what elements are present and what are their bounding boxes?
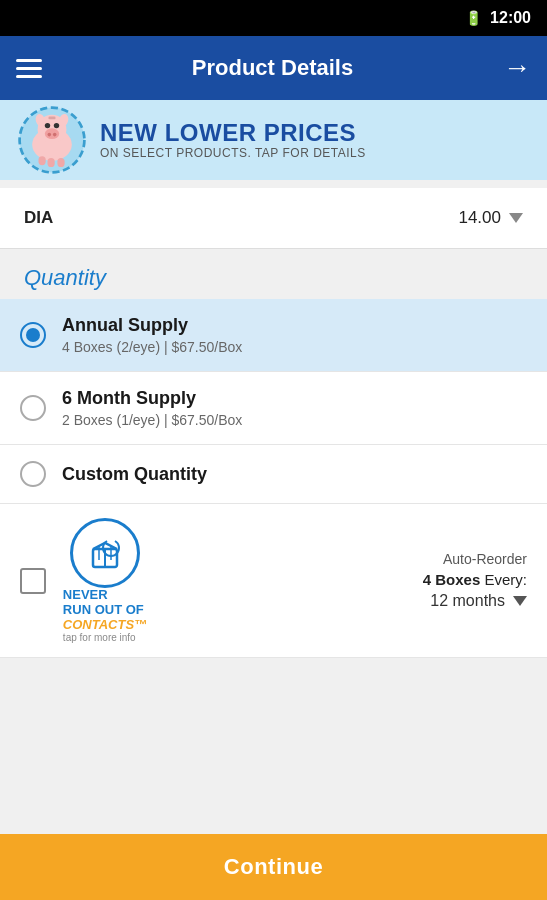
six-month-supply-subtitle: 2 Boxes (1/eye) | $67.50/Box	[62, 412, 242, 428]
svg-rect-14	[57, 158, 64, 167]
quantity-label: Quantity	[24, 265, 106, 290]
auto-reorder-boxes: 4 Boxes Every:	[164, 571, 527, 588]
six-month-supply-content: 6 Month Supply 2 Boxes (1/eye) | $67.50/…	[62, 388, 242, 428]
menu-icon[interactable]	[16, 59, 42, 78]
auto-reorder-months: 12 months	[430, 592, 505, 610]
svg-rect-12	[39, 156, 46, 165]
status-time: 12:00	[490, 9, 531, 27]
banner-title: NEW LOWER PRICES	[100, 120, 366, 146]
options-container: Annual Supply 4 Boxes (2/eye) | $67.50/B…	[0, 299, 547, 504]
auto-reorder-every-label: Every:	[484, 571, 527, 588]
annual-supply-subtitle: 4 Boxes (2/eye) | $67.50/Box	[62, 339, 242, 355]
banner-text: NEW LOWER PRICES ON SELECT PRODUCTS. TAP…	[100, 120, 366, 160]
nroc-runout-label: RUN OUT of	[63, 602, 147, 617]
dia-value: 14.00	[458, 208, 501, 228]
annual-supply-radio[interactable]	[20, 322, 46, 348]
status-bar: 🔋 12:00	[0, 0, 547, 36]
svg-point-8	[54, 123, 59, 128]
app-bar: Product Details →	[0, 36, 547, 100]
annual-supply-content: Annual Supply 4 Boxes (2/eye) | $67.50/B…	[62, 315, 242, 355]
svg-point-5	[48, 133, 52, 137]
nroc-box-svg	[87, 535, 123, 571]
pig-icon	[16, 104, 88, 176]
nroc-text: NEVER RUN OUT of CONTACTS™ tap for more …	[63, 588, 147, 643]
dia-dropdown-arrow	[509, 213, 523, 223]
auto-reorder-checkbox[interactable]	[20, 568, 46, 594]
svg-point-6	[53, 133, 57, 137]
nroc-tap-label: tap for more info	[63, 632, 147, 643]
custom-quantity-radio[interactable]	[20, 461, 46, 487]
annual-supply-title: Annual Supply	[62, 315, 242, 336]
radio-inner	[26, 328, 40, 342]
nroc-never-label: NEVER	[63, 588, 147, 602]
arrow-right-icon[interactable]: →	[503, 52, 531, 84]
svg-rect-13	[48, 158, 55, 167]
auto-reorder-boxes-count: 4 Boxes	[423, 571, 481, 588]
auto-reorder-info: Auto-Reorder 4 Boxes Every: 12 months	[164, 551, 527, 610]
quantity-section: Quantity	[0, 249, 547, 299]
nroc-circle	[70, 518, 140, 588]
auto-reorder-title: Auto-Reorder	[164, 551, 527, 567]
auto-reorder-months-dropdown[interactable]: 12 months	[164, 592, 527, 610]
dia-dropdown[interactable]: 14.00	[458, 208, 523, 228]
six-month-supply-title: 6 Month Supply	[62, 388, 242, 409]
svg-point-7	[45, 123, 50, 128]
banner[interactable]: NEW LOWER PRICES ON SELECT PRODUCTS. TAP…	[0, 100, 547, 180]
battery-icon: 🔋	[465, 10, 482, 26]
nroc-logo[interactable]: NEVER RUN OUT of CONTACTS™ tap for more …	[60, 518, 150, 643]
custom-quantity-option[interactable]: Custom Quantity	[0, 445, 547, 504]
dia-label: DIA	[24, 208, 53, 228]
custom-quantity-content: Custom Quantity	[62, 464, 207, 485]
svg-rect-11	[48, 117, 55, 120]
annual-supply-option[interactable]: Annual Supply 4 Boxes (2/eye) | $67.50/B…	[0, 299, 547, 372]
six-month-supply-option[interactable]: 6 Month Supply 2 Boxes (1/eye) | $67.50/…	[0, 372, 547, 445]
continue-button[interactable]: Continue	[0, 834, 547, 900]
six-month-supply-radio[interactable]	[20, 395, 46, 421]
page-title: Product Details	[192, 55, 353, 81]
banner-subtitle: ON SELECT PRODUCTS. TAP FOR DETAILS	[100, 146, 366, 160]
auto-reorder-row: NEVER RUN OUT of CONTACTS™ tap for more …	[0, 504, 547, 658]
months-dropdown-arrow	[513, 596, 527, 606]
nroc-contacts-label: CONTACTS™	[63, 617, 147, 632]
dia-section[interactable]: DIA 14.00	[0, 188, 547, 249]
svg-point-4	[45, 128, 59, 139]
custom-quantity-title: Custom Quantity	[62, 464, 207, 485]
